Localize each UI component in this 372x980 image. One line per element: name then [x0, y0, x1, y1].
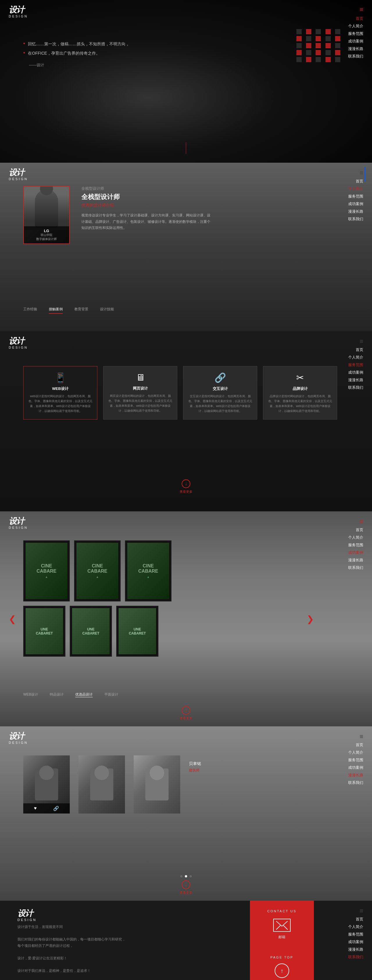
filter-special[interactable]: 特品设计 [50, 692, 64, 697]
hero-quote: ——设计 [23, 62, 130, 68]
about-nav-home[interactable]: 首页 [348, 179, 363, 184]
about-nav-services[interactable]: 服务范围 [348, 194, 363, 199]
nav-item-contact[interactable]: 联系我们 [348, 54, 363, 59]
journey-nav-about[interactable]: 个人简介 [348, 750, 363, 755]
services-nav-home[interactable]: 首页 [348, 347, 363, 352]
tab-education[interactable]: 教育背景 [75, 307, 88, 314]
hero-grid-decoration [296, 29, 343, 76]
contact-nav-portfolio[interactable]: 成功案例 [348, 939, 363, 945]
services-nav-portfolio[interactable]: 成功案例 [348, 370, 363, 375]
filter-web[interactable]: WEB设计 [23, 692, 38, 697]
portfolio-frame-2[interactable]: CINECABARE ▲ [74, 541, 121, 601]
hamburger-icon[interactable]: ≡ [359, 6, 363, 13]
nav-item-portfolio[interactable]: 成功案例 [348, 39, 363, 44]
portfolio-nav-portfolio[interactable]: 成功案例 [348, 550, 363, 555]
tab-cases[interactable]: 接触案例 [49, 307, 63, 314]
services-nav-services[interactable]: 服务范围 [348, 362, 363, 368]
dot-2[interactable] [185, 875, 187, 877]
hamburger-icon-2[interactable]: ≡ [359, 169, 363, 177]
contact-nav-about[interactable]: 个人简介 [348, 924, 363, 929]
journey-card-1[interactable]: ♥ 🔗 [23, 756, 70, 813]
tab-skills[interactable]: 设计技能 [100, 307, 114, 314]
link-icon[interactable]: 🔗 [53, 806, 59, 811]
portfolio-frame-4[interactable]: UNECABARET [23, 606, 65, 657]
portfolio-row-bottom: UNECABARET UNECABARET UNECABARET [23, 606, 314, 657]
portfolio-nav-about[interactable]: 个人简介 [348, 535, 363, 540]
filter-print[interactable]: 平面设计 [104, 692, 118, 697]
tab-experience[interactable]: 工作经验 [23, 307, 37, 314]
contact-info: 设计源于生活，发现视觉不同 我们对我们的每份设计都能融入中国的，每一项目都细心学… [17, 924, 128, 980]
service-brand-icon: ✂ [268, 372, 332, 383]
hamburger-icon-6[interactable]: ≡ [359, 907, 363, 915]
services-nav-contact[interactable]: 联系我们 [348, 385, 363, 390]
about-logo: 设计 DESIGN [9, 169, 28, 181]
about-section: 设计 DESIGN ≡ 首页 个人简介 服务范围 成功案例 漫漫长路 联系我们 … [0, 163, 372, 331]
hamburger-icon-5[interactable]: ≡ [359, 733, 363, 740]
services-nav-journey[interactable]: 漫漫长路 [348, 377, 363, 383]
journey-section: 设计 DESIGN ≡ 首页 个人简介 服务范围 成功案例 漫漫长路 联系我们 … [0, 726, 372, 901]
service-card-webpage[interactable]: 🖥 网页设计 网页设计是指对网站的设计，包括网页布局、颜色、字体、图像和其他元素… [103, 366, 177, 420]
page-top-box: PAGE TOP ↑ [250, 948, 314, 980]
services-nav-about[interactable]: 个人简介 [348, 355, 363, 360]
contact-nav-services[interactable]: 服务范围 [348, 932, 363, 937]
portfolio-nav-journey[interactable]: 漫漫长路 [348, 558, 363, 563]
portfolio-frame-3[interactable]: CINECABARE ▲ [125, 541, 172, 601]
portfolio-nav: 首页 个人简介 服务范围 成功案例 漫漫长路 联系我们 [348, 527, 363, 570]
service-card-brand[interactable]: ✂ 品牌设计 品牌设计是指对网站的设计，包括网页布局、颜色、字体、图像和其他元素… [263, 366, 337, 420]
portfolio-more-btn[interactable]: ↓ 查看更多 [180, 706, 192, 721]
about-nav-portfolio[interactable]: 成功案例 [348, 201, 363, 207]
journey-nav-journey[interactable]: 漫漫长路 [348, 773, 363, 778]
journey-nav-services[interactable]: 服务范围 [348, 757, 363, 763]
portfolio-filter: WEB设计 特品设计 优选品设计 平面设计 [23, 692, 118, 697]
journey-cards: ♥ 🔗 [23, 756, 201, 813]
nav-item-home[interactable]: 首页 [348, 16, 363, 21]
service-web-icon: 📱 [28, 372, 93, 383]
hamburger-icon-3[interactable]: ≡ [359, 337, 363, 345]
contact-nav-home[interactable]: 首页 [348, 917, 363, 922]
hero-bullet-2: 在OFFICE，孕育出广告界的传奇之作。 [23, 50, 130, 56]
portfolio-frame-1[interactable]: CINECABARE ▲ [23, 541, 70, 601]
journey-more-btn[interactable]: ↓ 查看更多 [180, 880, 192, 895]
journey-nav-portfolio[interactable]: 成功案例 [348, 765, 363, 770]
hero-bullet-1: 回忆……第一次，做稿……抓头，不知所措，不明方向， [23, 41, 130, 47]
journey-nav-contact[interactable]: 联系我们 [348, 780, 363, 785]
journey-logo: 设计 DESIGN [9, 732, 28, 745]
nav-item-about[interactable]: 个人简介 [348, 24, 363, 29]
contact-right-panel: CONTACT US 邮箱 PAGE TOP ↑ [250, 901, 314, 980]
service-card-web[interactable]: 📱 WEB设计 web设计是指对网站的设计，包括网页布局、颜色、字体、图像和其他… [23, 366, 97, 420]
portfolio-prev-button[interactable]: ❮ [9, 614, 16, 624]
service-webpage-title: 网页设计 [108, 386, 173, 391]
journey-dots [180, 875, 192, 877]
services-more-btn[interactable]: ↓ 查看更多 [180, 479, 192, 494]
dot-1[interactable] [180, 875, 183, 877]
about-nav-contact[interactable]: 联系我们 [348, 216, 363, 222]
journey-nav-home[interactable]: 首页 [348, 742, 363, 748]
journey-card-2[interactable] [78, 756, 125, 813]
nav-blue-bar [364, 167, 366, 181]
portfolio-next-button[interactable]: ❯ [307, 614, 314, 624]
portfolio-frame-6[interactable]: UNECABARET [116, 606, 158, 657]
contact-nav-contact[interactable]: 联系我们 [348, 955, 363, 960]
page-top-button[interactable]: ↑ [275, 963, 289, 978]
portfolio-frame-5[interactable]: UNECABARET [70, 606, 112, 657]
filter-selected[interactable]: 优选品设计 [75, 692, 93, 697]
like-icon[interactable]: ♥ [34, 806, 37, 811]
service-card-interaction[interactable]: 🔗 交互设计 交互设计是指对网站的设计，包括网页布局、颜色、字体、图像和其他元素… [183, 366, 257, 420]
hamburger-icon-4[interactable]: ≡ [359, 518, 363, 525]
page-top-label: PAGE TOP [256, 956, 308, 959]
about-nav-about[interactable]: 个人简介 [348, 186, 363, 191]
nav-item-services[interactable]: 服务范围 [348, 31, 363, 36]
dot-3[interactable] [189, 875, 192, 877]
portfolio-nav-contact[interactable]: 联系我们 [348, 565, 363, 570]
nav-item-journey[interactable]: 漫漫长路 [348, 46, 363, 51]
contact-nav: 首页 个人简介 服务范围 成功案例 漫漫长路 联系我们 [348, 917, 363, 960]
portfolio-nav-services[interactable]: 服务范围 [348, 542, 363, 548]
services-logo: 设计 DESIGN [9, 337, 28, 349]
service-web-desc: web设计是指对网站的设计，包括网页布局、颜色、字体、图像和其他元素的安排，以及… [28, 394, 93, 414]
logo-sub-text: DESIGN [9, 14, 28, 18]
about-nav-journey[interactable]: 漫漫长路 [348, 209, 363, 214]
svg-line-1 [276, 925, 280, 930]
journey-card-3[interactable] [134, 756, 180, 813]
contact-nav-journey[interactable]: 漫漫长路 [348, 947, 363, 952]
portfolio-nav-home[interactable]: 首页 [348, 527, 363, 533]
